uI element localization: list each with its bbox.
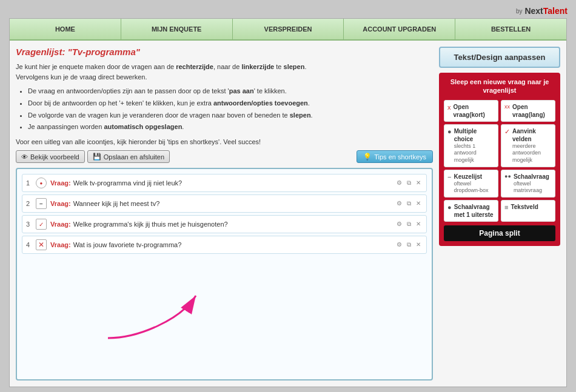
eye-icon: 👁 <box>21 153 28 161</box>
question-copy-icon[interactable]: ⧉ <box>405 179 413 187</box>
matrix-icon: ●● <box>504 173 511 179</box>
type-schaalvraag1[interactable]: ● Schaalvraag met 1 uiterste <box>444 200 498 222</box>
logo-next: Next <box>524 6 543 16</box>
shortcut-note: Voor een uitleg van alle icoontjes, kijk… <box>16 138 433 145</box>
right-panel: Tekst/Design aanpassen Sleep een nieuwe … <box>439 47 560 380</box>
question-settings-icon[interactable]: ⚙ <box>395 199 404 208</box>
check-box-icon: ✓ <box>504 128 510 136</box>
question-delete-icon[interactable]: ✕ <box>414 179 423 187</box>
type-open-short[interactable]: x Open vraag(kort) <box>444 100 498 122</box>
type-schaalvraag[interactable]: ●● Schaalvraag oftewel matrixvraag <box>501 170 555 198</box>
question-actions: ⚙ ⧉ ✕ <box>395 241 423 249</box>
question-actions: ⚙ ⧉ ✕ <box>395 179 423 187</box>
question-settings-icon[interactable]: ⚙ <box>395 241 404 249</box>
type-tekstveld[interactable]: ≡ Tekstveld <box>501 200 555 222</box>
tips-button[interactable]: 💡 Tips en shortkeys <box>357 150 433 163</box>
nav-home[interactable]: HOME <box>10 19 121 39</box>
question-text: Wat is jouw favoriete tv-programma? <box>73 241 395 248</box>
save-button[interactable]: 💾 Opslaan en afsluiten <box>87 150 170 163</box>
save-icon: 💾 <box>93 153 101 161</box>
top-bar: by Next Talent <box>5 5 571 17</box>
panel-header: Sleep een nieuwe vraag naar je vragenlij… <box>444 78 555 95</box>
question-delete-icon[interactable]: ✕ <box>414 199 423 208</box>
logo-by: by <box>516 8 523 15</box>
question-copy-icon[interactable]: ⧉ <box>405 241 413 249</box>
question-text: Welk tv-programma vind jij niet leuk? <box>73 179 395 187</box>
preview-label: Bekijk voorbeeld <box>30 153 79 161</box>
page-title: Vragenlijst: "Tv-programma" <box>16 47 433 57</box>
nav-bar: HOME MIJN ENQUETE VERSPREIDEN ACCOUNT UP… <box>10 19 566 41</box>
question-rows: 1 ● Vraag: Welk tv-programma vind jij ni… <box>22 174 427 254</box>
nav-upgrade[interactable]: ACCOUNT UPGRADEN <box>344 19 455 39</box>
question-delete-icon[interactable]: ✕ <box>414 220 423 228</box>
question-number: 4 <box>26 241 36 248</box>
question-settings-icon[interactable]: ⚙ <box>395 220 404 228</box>
text-icon: ≡ <box>504 204 508 211</box>
question-label: Vraag: <box>50 241 71 248</box>
page-split-button[interactable]: Pagina split <box>444 225 555 241</box>
toolbar-left: 👁 Bekijk voorbeeld 💾 Opslaan en afsluite… <box>16 150 170 163</box>
question-type-icon: ✓ <box>36 219 47 230</box>
question-label: Vraag: <box>50 200 71 207</box>
question-number: 2 <box>26 200 36 207</box>
preview-button[interactable]: 👁 Bekijk voorbeeld <box>16 150 85 163</box>
question-text: Welke programma's kijk jij thuis met je … <box>73 221 395 228</box>
question-type-icon: ● <box>36 178 47 188</box>
question-number: 1 <box>26 179 36 187</box>
question-copy-icon[interactable]: ⧉ <box>405 199 413 208</box>
toolbar: 👁 Bekijk voorbeeld 💾 Opslaan en afsluite… <box>16 150 433 163</box>
xx-icon: xx <box>504 104 510 110</box>
tips-label: Tips en shortkeys <box>374 153 426 161</box>
nav-enquete[interactable]: MIJN ENQUETE <box>121 19 233 39</box>
questions-container: 1 ● Vraag: Welk tv-programma vind jij ni… <box>16 168 433 380</box>
question-types-panel: Sleep een nieuwe vraag naar je vragenlij… <box>439 73 560 246</box>
pink-arrow <box>90 284 211 346</box>
main-container: HOME MIJN ENQUETE VERSPREIDEN ACCOUNT UP… <box>9 18 567 387</box>
question-type-icon: ✕ <box>36 239 47 250</box>
question-row[interactable]: 3 ✓ Vraag: Welke programma's kijk jij th… <box>22 215 427 233</box>
type-aanvink[interactable]: ✓ Aanvink velden meerdere antwoorden mog… <box>501 124 555 167</box>
save-label: Opslaan en afsluiten <box>104 153 164 161</box>
design-button[interactable]: Tekst/Design aanpassen <box>439 47 560 68</box>
logo-talent: Talent <box>543 6 568 16</box>
radio-icon: ● <box>447 128 452 135</box>
question-type-icon: − <box>36 198 47 209</box>
x-small-icon: x <box>447 104 451 111</box>
question-actions: ⚙ ⧉ ✕ <box>395 199 423 208</box>
question-settings-icon[interactable]: ⚙ <box>395 179 404 187</box>
question-actions: ⚙ ⧉ ✕ <box>395 220 423 228</box>
question-number: 3 <box>26 221 36 228</box>
question-label: Vraag: <box>50 221 71 228</box>
instruction-list: De vraag en antwoorden/opties zijn aan t… <box>28 85 433 133</box>
type-grid: x Open vraag(kort) xx Open vraag(lang) <box>444 100 555 222</box>
question-row[interactable]: 4 ✕ Vraag: Wat is jouw favoriete tv-prog… <box>22 236 427 254</box>
type-keuzelijst[interactable]: − Keuzelijst oftewel dropdown-box <box>444 170 498 198</box>
left-panel: Vragenlijst: "Tv-programma" Je kunt hier… <box>16 47 433 380</box>
tips-icon: 💡 <box>363 153 372 161</box>
question-delete-icon[interactable]: ✕ <box>414 241 423 249</box>
type-open-long[interactable]: xx Open vraag(lang) <box>501 100 555 122</box>
instructions: Je kunt hier je enquete maken door de vr… <box>16 62 433 82</box>
content-area: Vragenlijst: "Tv-programma" Je kunt hier… <box>10 41 566 387</box>
question-label: Vraag: <box>50 179 71 187</box>
scale1-icon: ● <box>447 204 452 211</box>
type-multiple-choice[interactable]: ● Multiple choice slechts 1 antwoord mog… <box>444 124 498 167</box>
question-row[interactable]: 1 ● Vraag: Welk tv-programma vind jij ni… <box>22 174 427 192</box>
question-row[interactable]: 2 − Vraag: Wanneer kijk jij het meest tv… <box>22 194 427 213</box>
question-text: Wanneer kijk jij het meest tv? <box>73 200 395 207</box>
dropdown-icon: − <box>447 173 451 181</box>
nav-verspreiden[interactable]: VERSPREIDEN <box>233 19 344 39</box>
nav-bestellen[interactable]: BESTELLEN <box>455 19 566 39</box>
question-copy-icon[interactable]: ⧉ <box>405 220 413 228</box>
